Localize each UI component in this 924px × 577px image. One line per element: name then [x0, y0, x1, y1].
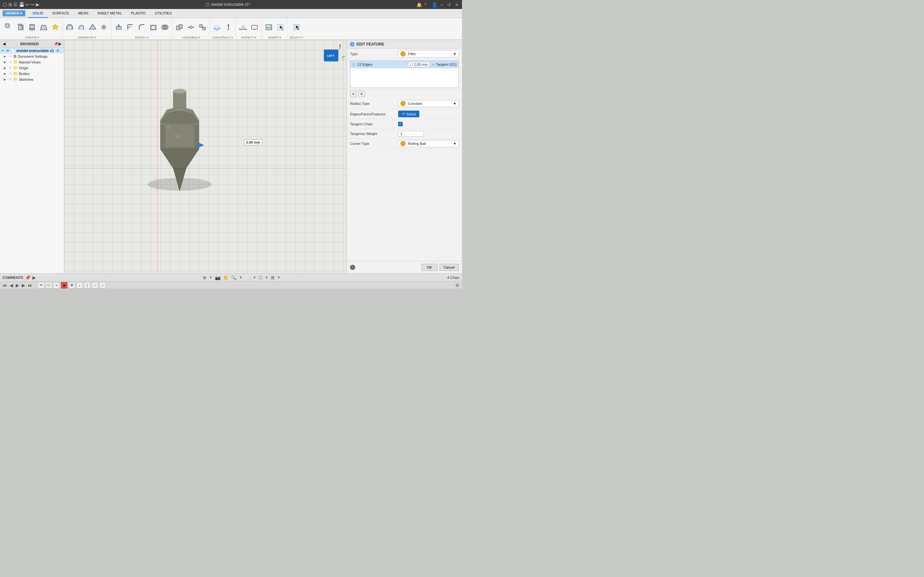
menu-icon[interactable]: ☰ [13, 2, 18, 7]
timeline-tool-gear[interactable]: ⚙ [69, 282, 75, 288]
capture-icon[interactable]: 📷 [215, 275, 220, 280]
close-icon[interactable]: ✕ [455, 2, 459, 7]
combine-icon[interactable] [160, 22, 170, 32]
settings-gear-button[interactable]: ⚙ [455, 283, 459, 288]
generate-label[interactable]: GENERATE ▾ [78, 36, 96, 39]
viewcube[interactable]: Z Y LEFT [321, 43, 343, 66]
insert-label[interactable]: INSERT ▾ [268, 36, 281, 39]
add-edge-button[interactable]: + [350, 91, 357, 97]
shell-mod-icon[interactable] [148, 22, 158, 32]
refresh-icon[interactable]: ↺ [447, 2, 452, 7]
timeline-tool-add[interactable]: + [53, 282, 60, 288]
tab-sheet-metal[interactable]: SHEET METAL [93, 9, 126, 18]
visibility-eye-icon[interactable]: 👁 [6, 49, 10, 53]
tangency-weight-input[interactable]: 1 [398, 131, 424, 137]
browser-item-bodies[interactable]: ▶ 👁 📁 Bodies [0, 71, 64, 77]
tangent-chain-checkbox[interactable]: ✓ [398, 122, 403, 126]
select-button[interactable]: ↗ Select [398, 111, 419, 117]
dimension-dots[interactable]: ⋮ [257, 141, 260, 145]
inspect-label[interactable]: INSPECT ▾ [241, 36, 256, 39]
modify-label[interactable]: MODIFY ▾ [135, 36, 149, 39]
shell-icon[interactable] [65, 22, 75, 32]
comments-label[interactable]: COMMENTS [3, 276, 23, 279]
ok-button[interactable]: OK [422, 264, 438, 271]
offset-plane-icon[interactable] [212, 22, 222, 32]
browser-item-root[interactable]: ▼ 👁 📄 dreidel instructable v1 ⚙ [0, 48, 64, 53]
timeline-next-end[interactable]: ⏭ [28, 283, 32, 288]
loft-icon[interactable] [39, 22, 49, 32]
create-special-icon[interactable] [50, 22, 60, 32]
hand-icon[interactable]: ✋ [223, 275, 228, 280]
undo-icon[interactable]: ↩ [26, 2, 29, 7]
freeform-icon[interactable] [76, 22, 86, 32]
joint-icon[interactable] [186, 22, 196, 32]
viewcube-svg[interactable]: Z Y LEFT [321, 43, 347, 69]
edges-mm-value[interactable]: ⬡ 2.00 mm [408, 62, 430, 67]
tab-surface[interactable]: SURFACE [48, 9, 74, 18]
rigid-group-icon[interactable] [197, 22, 208, 32]
browser-item-sketches[interactable]: ▶ 👁 📁 Sketches [0, 77, 64, 82]
cancel-button[interactable]: Cancel [439, 264, 459, 271]
timeline-tool-arrow[interactable]: → [92, 282, 98, 288]
display-icon[interactable] [249, 22, 260, 32]
timeline-prev[interactable]: ◀ [10, 283, 13, 288]
timeline-tool-circle[interactable]: ○ [99, 282, 106, 288]
save-icon[interactable]: 💾 [19, 2, 24, 7]
press-pull-icon[interactable] [113, 22, 124, 32]
tab-utilities[interactable]: UTILITIES [150, 9, 176, 18]
add-tab-icon[interactable]: ＋ [439, 2, 444, 7]
browser-expand-icon[interactable]: ▶ [58, 42, 61, 46]
help-icon[interactable]: ? [424, 2, 429, 7]
select-box-icon[interactable] [291, 22, 302, 32]
sketch-icon[interactable] [4, 22, 14, 32]
timeline-tool-move[interactable]: ↕ [76, 282, 83, 288]
file-icon[interactable]: ⊞ [8, 2, 12, 7]
timeline-tool-3d[interactable]: ⬡ [45, 282, 52, 288]
tab-solid[interactable]: SOLID [28, 9, 48, 18]
chamfer-icon[interactable] [137, 22, 147, 32]
axis-icon[interactable] [223, 22, 234, 32]
user-icon[interactable]: 👤 [432, 2, 436, 7]
timeline-next[interactable]: ▶ [22, 283, 25, 288]
type-dropdown[interactable]: ⬡ Fillet ▼ [398, 50, 459, 57]
box-icon[interactable] [15, 22, 26, 32]
new-component-icon[interactable] [174, 22, 184, 32]
timeline-tool-pipe[interactable]: | [84, 282, 90, 288]
browser-collapse-icon[interactable]: ◀ [3, 42, 5, 46]
tab-plastic[interactable]: PLASTIC [126, 9, 150, 18]
browser-item-origin[interactable]: ▶ 👁 📁 Origin [0, 65, 64, 71]
tab-mesh[interactable]: MESH [73, 9, 93, 18]
view-arrow[interactable]: ▼ [277, 276, 280, 279]
construct-label[interactable]: CONSTRUCT ▾ [212, 36, 233, 39]
insert-select-icon[interactable] [275, 22, 286, 32]
remove-edge-button[interactable]: × [359, 91, 365, 97]
redo-icon[interactable]: ↪ [31, 2, 35, 7]
create-label[interactable]: CREATE ▾ [25, 36, 39, 39]
notification-icon[interactable]: 🔔 [417, 2, 421, 7]
zoom-arrow[interactable]: ▼ [239, 276, 242, 279]
timeline-tool-sketch[interactable]: ✏ [38, 282, 44, 288]
insert-image-icon[interactable] [264, 22, 274, 32]
display-arrow[interactable]: ▼ [253, 276, 256, 279]
timeline-tool-active[interactable]: ■ [61, 282, 67, 288]
design-button[interactable]: DESIGN ▾ [3, 10, 25, 16]
object-type-icon[interactable]: ⬡ [258, 275, 262, 280]
snap-icon[interactable]: ⊕ [203, 275, 207, 280]
info-button[interactable]: i [350, 265, 355, 270]
select-label[interactable]: SELECT ▾ [290, 36, 303, 39]
object-arrow[interactable]: ▼ [265, 276, 268, 279]
root-settings-icon[interactable]: ⚙ [56, 49, 59, 53]
comments-pin-icon[interactable]: 📌 [25, 275, 31, 280]
zoom-icon[interactable]: 🔍 [231, 275, 236, 280]
timeline-play[interactable]: ▶ [16, 283, 19, 288]
comments-expand-icon[interactable]: ▶ [32, 275, 36, 280]
radius-type-dropdown[interactable]: ⬡ Constant ▼ [398, 100, 459, 107]
assemble-label[interactable]: ASSEMBLE ▾ [182, 36, 200, 39]
mesh-icon[interactable] [87, 22, 98, 32]
view-icon[interactable]: ⊞ [271, 275, 275, 280]
measure-icon[interactable]: 12 [238, 22, 248, 32]
corner-type-dropdown[interactable]: ⬡ Rolling Ball ▼ [398, 140, 459, 147]
viewport[interactable]: ש ⊕ 2.00 mm ⋮ Z Y [64, 40, 347, 274]
browser-pin-icon[interactable]: 📌 [53, 42, 58, 46]
edges-row[interactable]: ⬡ 12 Edges ⬡ 2.00 mm ↗ Tangent (G1) [351, 61, 459, 68]
